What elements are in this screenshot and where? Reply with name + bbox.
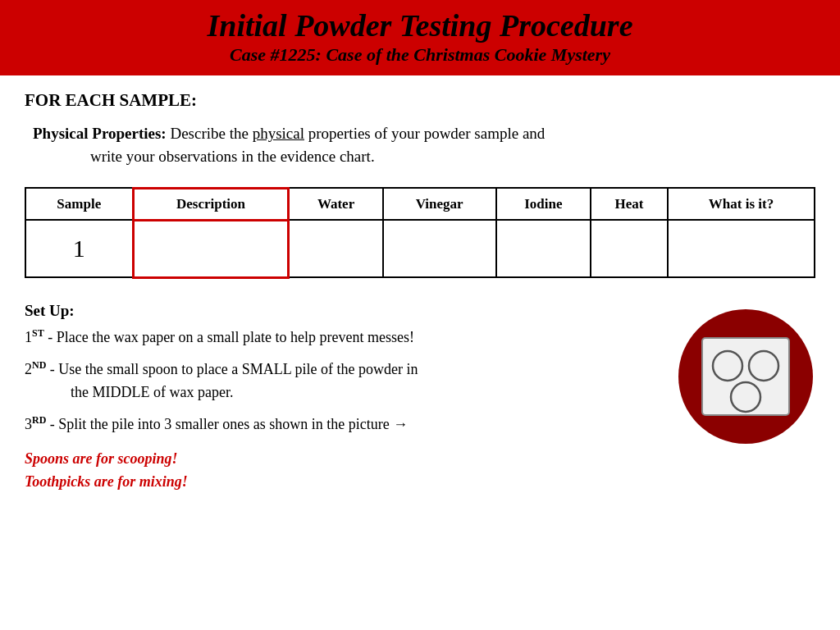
page-header: Initial Powder Testing Procedure Case #1… — [0, 0, 840, 75]
step-3-num: 3RD - Split the pile into 3 smaller ones… — [25, 416, 408, 432]
physical-props-indent: write your observations in the evidence … — [33, 145, 815, 169]
col-what-is-it: What is it? — [668, 188, 815, 220]
description-cell[interactable] — [133, 220, 289, 277]
evidence-table: Sample Description Water Vinegar Iodine … — [25, 187, 815, 279]
step-3-sup: RD — [32, 414, 46, 426]
step-2-sup: ND — [32, 359, 46, 371]
setup-title: Set Up: — [25, 299, 660, 322]
step-2-num: 2ND - Use the small spoon to place a SMA… — [25, 361, 418, 377]
what-is-it-cell[interactable] — [668, 220, 815, 277]
col-water: Water — [289, 188, 383, 220]
physical-props-underline: physical — [253, 125, 304, 142]
step-2-indent: the MIDDLE of wax paper. — [25, 381, 660, 404]
table-row: 1 — [25, 220, 815, 277]
iodine-cell[interactable] — [496, 220, 591, 277]
step-3: 3RD - Split the pile into 3 smaller ones… — [25, 413, 660, 436]
setup-section: Set Up: 1ST - Place the wax paper on a s… — [25, 299, 815, 494]
circle-diagram — [676, 307, 815, 446]
step-1-sup: ST — [32, 327, 44, 339]
main-title: Initial Powder Testing Procedure — [16, 8, 824, 44]
step-1-num: 1ST - Place the wax paper on a small pla… — [25, 329, 414, 345]
water-cell[interactable] — [289, 220, 383, 277]
sub-title: Case #1225: Case of the Christmas Cookie… — [16, 44, 824, 66]
physical-props-text1: Describe the — [167, 125, 253, 142]
spoons-note: Spoons are for scooping! Toothpicks are … — [25, 448, 660, 494]
col-vinegar: Vinegar — [383, 188, 496, 220]
col-description: Description — [133, 188, 289, 220]
heat-cell[interactable] — [591, 220, 668, 277]
spoons-line1: Spoons are for scooping! — [25, 448, 660, 471]
main-content: FOR EACH SAMPLE: Physical Properties: De… — [0, 75, 840, 502]
step-2: 2ND - Use the small spoon to place a SMA… — [25, 358, 660, 404]
vinegar-cell[interactable] — [383, 220, 496, 277]
physical-properties-section: Physical Properties: Describe the physic… — [25, 122, 815, 169]
physical-props-label: Physical Properties: — [33, 125, 167, 142]
col-heat: Heat — [591, 188, 668, 220]
col-sample: Sample — [25, 188, 133, 220]
toothpicks-line2: Toothpicks are for mixing! — [25, 471, 660, 494]
col-iodine: Iodine — [496, 188, 591, 220]
setup-text: Set Up: 1ST - Place the wax paper on a s… — [25, 299, 660, 494]
sample-number: 1 — [25, 220, 133, 277]
step-1: 1ST - Place the wax paper on a small pla… — [25, 326, 660, 349]
physical-props-text2: properties of your powder sample and — [304, 125, 545, 142]
inner-square — [702, 338, 789, 415]
for-each-label: FOR EACH SAMPLE: — [25, 90, 815, 111]
